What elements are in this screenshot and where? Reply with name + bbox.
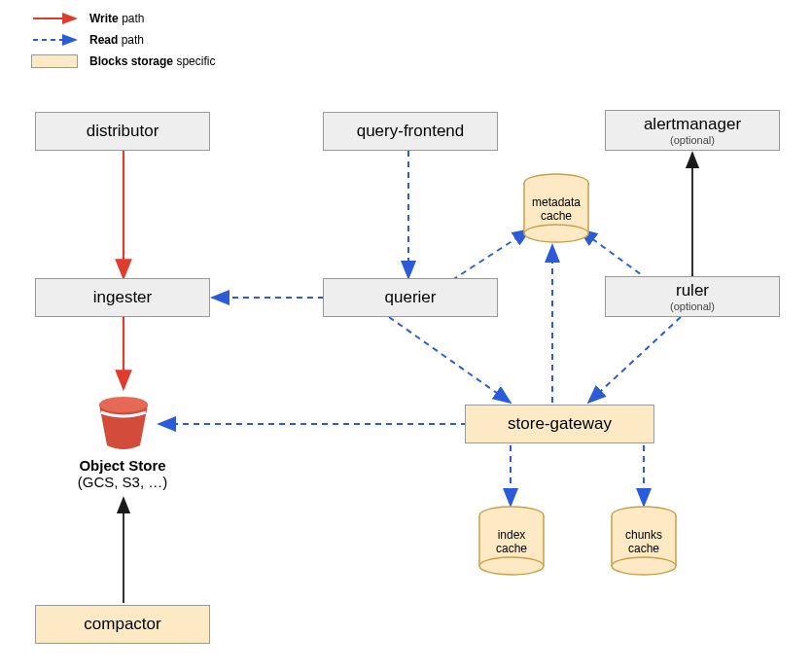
cache-label: metadatacache <box>521 196 591 224</box>
node-distributor: distributor <box>35 112 210 151</box>
legend-read-label: Read path <box>89 33 144 47</box>
node-label: compactor <box>84 615 160 634</box>
node-compactor: compactor <box>35 605 210 644</box>
svg-point-6 <box>524 225 588 242</box>
cache-label: chunkscache <box>609 529 679 556</box>
node-label: ingester <box>93 288 152 307</box>
cache-index: indexcache <box>477 506 547 582</box>
node-ingester: ingester <box>35 278 210 317</box>
legend-write-arrow-icon <box>31 13 82 24</box>
legend-read-arrow-icon <box>31 34 82 46</box>
node-store-gateway: store-gateway <box>465 405 654 443</box>
legend-write: Write path <box>31 10 215 27</box>
cache-label: indexcache <box>477 529 547 556</box>
node-ruler: ruler (optional) <box>605 276 780 317</box>
legend-write-label: Write path <box>89 12 145 25</box>
object-store-bucket-icon <box>91 391 156 459</box>
node-query-frontend: query-frontend <box>323 112 498 151</box>
edge-querier-storegateway <box>389 317 511 403</box>
node-label: querier <box>385 288 437 307</box>
svg-point-16 <box>612 557 676 575</box>
diagram-connectors <box>0 0 812 671</box>
node-label: alertmanager <box>644 115 741 134</box>
legend-blocks-swatch-icon <box>31 54 78 68</box>
edge-ruler-storegateway <box>588 317 681 403</box>
node-label: store-gateway <box>508 414 612 434</box>
svg-point-17 <box>99 397 148 412</box>
edge-querier-metadata <box>452 230 530 280</box>
node-sublabel: (optional) <box>670 134 715 146</box>
svg-point-11 <box>479 557 544 575</box>
node-alertmanager: alertmanager (optional) <box>605 110 780 151</box>
object-store-label: Object Store (GCS, S3, …) <box>35 457 210 490</box>
legend-blocks: Blocks storage specific <box>31 53 215 70</box>
cache-metadata: metadatacache <box>521 173 591 249</box>
node-sublabel: (optional) <box>670 300 715 312</box>
node-label: ruler <box>676 281 709 300</box>
node-querier: querier <box>323 278 498 317</box>
node-label: distributor <box>87 122 159 141</box>
legend-blocks-label: Blocks storage specific <box>89 54 215 68</box>
legend-read: Read path <box>31 31 215 49</box>
legend: Write path Read path Blocks storage spec… <box>31 10 215 74</box>
node-label: query-frontend <box>357 122 465 141</box>
cache-chunks: chunkscache <box>609 506 679 582</box>
